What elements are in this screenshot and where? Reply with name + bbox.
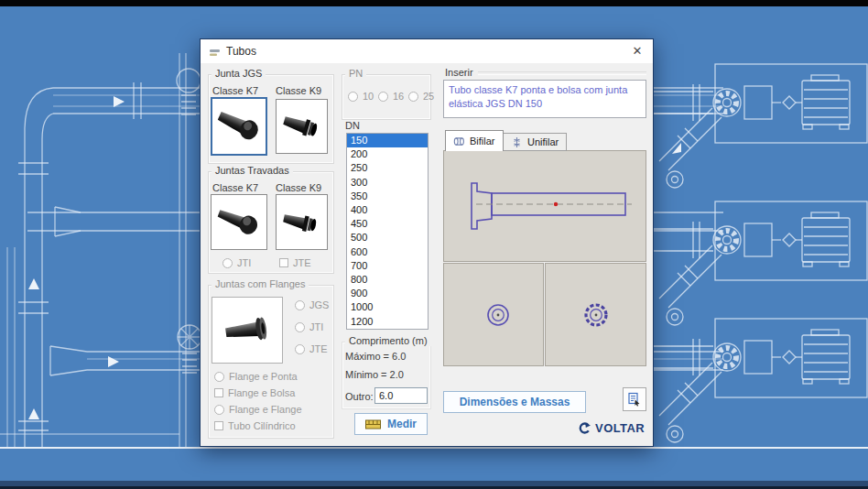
pn-16-radio[interactable]: 16	[378, 91, 404, 102]
midpoint-marker	[554, 202, 558, 206]
tab-bifilar-label: Bifilar	[470, 136, 495, 147]
jgs-k9-image[interactable]	[276, 99, 328, 154]
dn-option[interactable]: 800	[347, 273, 428, 287]
flange-e-bolsa-label: Flange e Bolsa	[228, 387, 295, 398]
dn-option[interactable]: 400	[347, 203, 428, 217]
dialog-title: Tubos	[226, 45, 256, 58]
close-icon[interactable]: ✕	[627, 41, 647, 61]
dn-option[interactable]: 300	[347, 176, 428, 190]
maximo-text: Máximo = 6.0	[345, 351, 406, 362]
travadas-k9-label: Classe K9	[276, 182, 321, 193]
pn-25-label: 25	[423, 91, 434, 102]
pipe-photo-k9-icon	[279, 103, 325, 150]
pipe-3d-icon	[453, 136, 465, 147]
flange-jgs-label: JGS	[309, 299, 329, 310]
dn-option-selected[interactable]: 150	[347, 134, 428, 147]
dn-option[interactable]: 1000	[347, 300, 428, 314]
flange-jti-label: JTI	[309, 321, 323, 332]
flange-jti-radio[interactable]: JTI	[295, 321, 323, 332]
dn-label: DN	[345, 120, 360, 131]
jti-label: JTI	[237, 257, 251, 268]
dimensoes-e-massas-button[interactable]: Dimensões e Massas	[443, 391, 586, 413]
flange-jgs-radio-circle	[295, 300, 305, 310]
jti-radio[interactable]: JTI	[222, 257, 251, 268]
undo-arrow-icon	[577, 422, 591, 434]
tubo-cilindrico-checkbox[interactable]: Tubo Cilíndrico	[214, 420, 296, 431]
jte-checkbox[interactable]: JTE	[279, 257, 311, 268]
group-junta-jgs-label: Junta JGS	[212, 68, 266, 79]
tubo-cilindrico-label: Tubo Cilíndrico	[228, 420, 296, 431]
flange-jte-label: JTE	[309, 343, 328, 354]
dimensoes-button-label: Dimensões e Massas	[460, 396, 570, 408]
dn-option[interactable]: 350	[347, 190, 428, 203]
dn-option[interactable]: 250	[347, 161, 428, 175]
travadas-k9-image[interactable]	[276, 194, 328, 250]
jgs-k9-label: Classe K9	[276, 85, 321, 96]
group-juntas-travadas-label: Juntas Travadas	[212, 165, 293, 176]
comprimento-label: Comprimento (m)	[345, 335, 431, 346]
pn-25-circle	[408, 92, 418, 102]
pipe-photo-flange-icon	[215, 301, 279, 360]
tubo-cilindrico-square	[214, 421, 223, 430]
dn-option[interactable]: 900	[347, 287, 428, 300]
flange-e-ponta-label: Flange e Ponta	[229, 371, 298, 382]
tab-unifilar-label: Unifilar	[527, 136, 559, 147]
jgs-k7-image[interactable]	[211, 97, 267, 156]
flange-jte-radio[interactable]: JTE	[295, 343, 328, 354]
outro-input[interactable]	[374, 387, 428, 404]
inserir-rule	[478, 71, 646, 75]
travadas-k7-image[interactable]	[211, 194, 267, 250]
title-bar[interactable]: Tubos ✕	[201, 39, 653, 63]
select-object-icon	[627, 392, 642, 407]
pn-label: PN	[345, 68, 366, 79]
medir-button[interactable]: Medir	[354, 413, 428, 435]
pipe-window-icon	[209, 47, 222, 58]
flange-e-bolsa-square	[214, 388, 223, 397]
pn-25-radio[interactable]: 25	[408, 91, 434, 102]
dn-option[interactable]: 200	[347, 147, 428, 161]
minimo-text: Mínimo = 2.0	[345, 369, 404, 380]
dn-option[interactable]: 500	[347, 231, 428, 244]
voltar-link[interactable]: VOLTAR	[577, 421, 645, 435]
dn-option[interactable]: 1200	[347, 315, 428, 329]
flange-e-flange-circle	[214, 405, 224, 415]
group-juntas-flanges-label: Juntas com Flanges	[212, 278, 309, 289]
tab-bifilar[interactable]: Bifilar	[445, 130, 504, 151]
flange-jte-radio-circle	[295, 344, 305, 354]
travadas-k7-label: Classe K7	[212, 182, 258, 193]
dn-listbox[interactable]: 150 200 250 300 350 400 450 500 600 700 …	[346, 133, 429, 330]
jte-checkbox-square	[279, 258, 288, 267]
inserir-label: Inserir	[445, 67, 473, 78]
flange-pipe-image[interactable]	[212, 297, 283, 364]
single-line-icon	[511, 136, 523, 148]
pick-object-button[interactable]	[623, 387, 646, 411]
voltar-label: VOLTAR	[595, 421, 645, 435]
pipe-photo-k7-icon	[214, 101, 264, 152]
pn-16-label: 16	[393, 91, 404, 102]
flange-jti-radio-circle	[295, 322, 305, 332]
jte-label: JTE	[293, 257, 311, 268]
pn-10-circle	[348, 92, 358, 102]
flange-e-flange-label: Flange e Flange	[229, 404, 302, 415]
jti-radio-circle	[222, 258, 233, 268]
flange-e-bolsa-checkbox[interactable]: Flange e Bolsa	[214, 387, 295, 398]
tubos-dialog: Tubos ✕ Junta JGS Classe K7 Classe K9	[200, 38, 654, 447]
ruler-icon	[365, 419, 381, 429]
flange-e-flange-radio[interactable]: Flange e Flange	[214, 404, 302, 415]
pipe-photo-travada-k7-icon	[214, 198, 264, 247]
medir-button-label: Medir	[387, 418, 417, 430]
flange-e-ponta-radio[interactable]: Flange e Ponta	[214, 371, 298, 382]
dn-option[interactable]: 450	[347, 217, 428, 231]
dn-option[interactable]: 700	[347, 259, 428, 273]
flange-e-ponta-circle	[214, 372, 224, 382]
pipe-preview-drawing	[443, 150, 646, 367]
tab-unifilar[interactable]: Unifilar	[503, 133, 567, 151]
preview-area	[443, 150, 646, 367]
inserir-textbox[interactable]: Tubo classe K7 ponta e bolsa com junta e…	[443, 80, 646, 118]
pipe-photo-travada-k9-icon	[279, 199, 325, 246]
pn-10-radio[interactable]: 10	[348, 91, 374, 102]
flange-jgs-radio[interactable]: JGS	[295, 299, 329, 310]
pn-10-label: 10	[363, 91, 374, 102]
outro-label: Outro:	[345, 391, 374, 402]
dn-option[interactable]: 600	[347, 245, 428, 259]
